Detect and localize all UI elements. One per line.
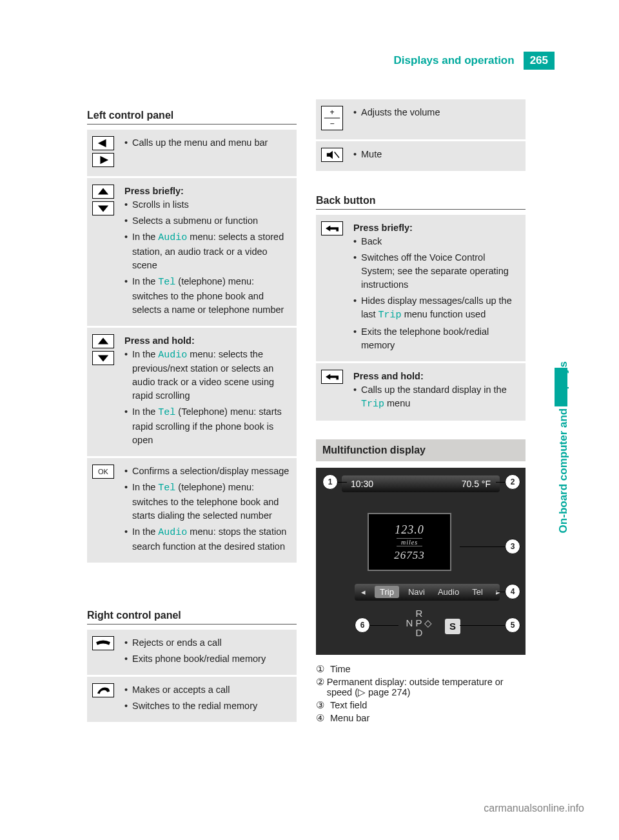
callout-6: 6 xyxy=(355,617,370,633)
list-item: Calls up the menu and menu bar xyxy=(124,136,291,150)
right-panel-cont-table: +−Adjusts the volumeMute xyxy=(316,99,526,173)
mfd-menu-bar: ◂TripNaviAudioTel▸ xyxy=(355,584,500,601)
icon-cell: OK xyxy=(87,457,119,564)
legend-item: ②Permanent display: outside temperature … xyxy=(316,677,526,697)
mfd-menu-item: Trip xyxy=(375,586,399,598)
mfd-gear: RN P ◇D xyxy=(400,608,438,637)
list-item: Switches off the Voice Control System; s… xyxy=(353,251,520,292)
bullet-list: Adjusts the volume xyxy=(353,106,520,119)
bullet-list: Rejects or ends a callExits phone book/r… xyxy=(124,636,291,666)
bullet-list: Makes or accepts a callSwitches to the r… xyxy=(124,683,291,713)
legend-text: Text field xyxy=(330,700,367,710)
list-item: Calls up the standard display in the Tri… xyxy=(353,383,520,412)
list-item: In the Tel (telephone) menu: switches to… xyxy=(124,481,291,523)
icon-cell: +− xyxy=(316,99,348,141)
list-item: Exits phone book/redial memory xyxy=(124,652,291,666)
right-panel-table: Rejects or ends a callExits phone book/r… xyxy=(87,630,297,724)
row-heading: Press and hold: xyxy=(353,371,424,381)
callout-5: 5 xyxy=(505,617,520,633)
desc-cell: Rejects or ends a callExits phone book/r… xyxy=(119,630,297,676)
bullet-list: Calls up the standard display in the Tri… xyxy=(353,383,520,412)
mfd-title: Multifunction display xyxy=(316,439,526,461)
table-row: Mute xyxy=(316,141,526,172)
mfd-s-box: S xyxy=(445,619,460,634)
side-tab-bar xyxy=(555,368,567,406)
right-panel-title: Right control panel xyxy=(87,597,297,625)
left-arrow-icon xyxy=(92,136,114,150)
left-panel-table: Calls up the menu and menu barPress brie… xyxy=(87,130,297,565)
down-arrow-icon xyxy=(92,351,114,365)
desc-cell: Confirms a selection/display messageIn t… xyxy=(119,457,297,564)
bullet-list: Confirms a selection/display messageIn t… xyxy=(124,465,291,554)
bullet-list: Calls up the menu and menu bar xyxy=(124,136,291,150)
list-item: In the Audio menu: selects a stored stat… xyxy=(124,230,291,272)
mfd-menu-item: Audio xyxy=(431,587,466,597)
icon-cell xyxy=(87,630,119,676)
highlight-term: Trip xyxy=(361,399,384,410)
table-row: Makes or accepts a callSwitches to the r… xyxy=(87,675,297,723)
desc-cell: Press and hold:In the Audio menu: select… xyxy=(119,326,297,457)
highlight-term: Audio xyxy=(158,350,187,361)
desc-cell: Press and hold:Calls up the standard dis… xyxy=(348,362,526,421)
list-item: Confirms a selection/display message xyxy=(124,465,291,478)
ok-icon: OK xyxy=(92,465,114,479)
svg-line-10 xyxy=(335,152,339,157)
table-row: Press and hold:Calls up the standard dis… xyxy=(316,362,526,421)
row-heading: Press briefly: xyxy=(353,223,413,233)
icon-cell xyxy=(87,177,119,327)
mfd-menu-item: Navi xyxy=(402,587,431,597)
legend-text: Permanent display: outside temperature o… xyxy=(327,677,526,697)
legend-item: ①Time xyxy=(316,664,526,674)
legend-item: ③Text field xyxy=(316,700,526,710)
back-icon xyxy=(321,221,343,235)
up-arrow-icon xyxy=(92,334,114,348)
table-row: Press and hold:In the Audio menu: select… xyxy=(87,326,297,457)
up-arrow-icon xyxy=(92,185,114,199)
mute-icon xyxy=(321,148,343,162)
bullet-list: Scrolls in listsSelects a submenu or fun… xyxy=(124,198,291,317)
svg-marker-0 xyxy=(98,139,106,148)
highlight-term: Trip xyxy=(378,310,402,321)
table-row: +−Adjusts the volume xyxy=(316,99,526,141)
mfd-temp: 70.5 °F xyxy=(462,479,491,489)
left-panel-title: Left control panel xyxy=(87,97,297,125)
volume-icon: +− xyxy=(321,106,343,130)
list-item: Rejects or ends a call xyxy=(124,636,291,650)
desc-cell: Press briefly:Scrolls in listsSelects a … xyxy=(119,177,297,327)
legend-marker: ② xyxy=(316,677,327,697)
list-item: In the Audio menu: selects the previous/… xyxy=(124,348,291,403)
desc-cell: Calls up the menu and menu bar xyxy=(119,130,297,177)
row-heading: Press briefly: xyxy=(124,186,184,196)
callout-2: 2 xyxy=(505,474,520,490)
svg-text:−: − xyxy=(329,119,334,128)
mfd-menu-item: ◂ xyxy=(355,587,372,597)
legend-marker: ④ xyxy=(316,713,330,723)
back-button-title: Back button xyxy=(316,182,526,210)
list-item: In the Tel (telephone) menu: switches to… xyxy=(124,275,291,317)
icon-cell xyxy=(87,130,119,177)
desc-cell: Press briefly:BackSwitches off the Voice… xyxy=(348,215,526,362)
bullet-list: In the Audio menu: selects the previous/… xyxy=(124,348,291,448)
table-row: Rejects or ends a callExits phone book/r… xyxy=(87,630,297,676)
svg-marker-4 xyxy=(98,337,108,344)
desc-cell: Adjusts the volume xyxy=(348,99,526,141)
mfd-top-bar: 10:30 70.5 °F xyxy=(342,475,500,492)
table-row: Press briefly:Scrolls in listsSelects a … xyxy=(87,177,297,327)
list-item: Mute xyxy=(353,148,520,161)
svg-marker-3 xyxy=(98,205,108,212)
down-arrow-icon xyxy=(92,201,114,215)
mfd-menu-item: Tel xyxy=(466,587,489,597)
bullet-list: Mute xyxy=(353,148,520,161)
callout-1: 1 xyxy=(322,474,338,490)
bullet-list: BackSwitches off the Voice Control Syste… xyxy=(353,235,520,352)
svg-marker-1 xyxy=(100,156,108,165)
mfd-legend: ①Time②Permanent display: outside tempera… xyxy=(316,664,526,723)
highlight-term: Tel xyxy=(158,407,175,418)
back-button-table: Press briefly:BackSwitches off the Voice… xyxy=(316,215,526,423)
list-item: Adjusts the volume xyxy=(353,106,520,119)
mfd-odo: 26753 xyxy=(369,549,450,562)
list-item: Selects a submenu or function xyxy=(124,214,291,228)
icon-cell xyxy=(316,362,348,421)
right-arrow-icon xyxy=(92,153,114,167)
legend-item: ④Menu bar xyxy=(316,713,526,723)
